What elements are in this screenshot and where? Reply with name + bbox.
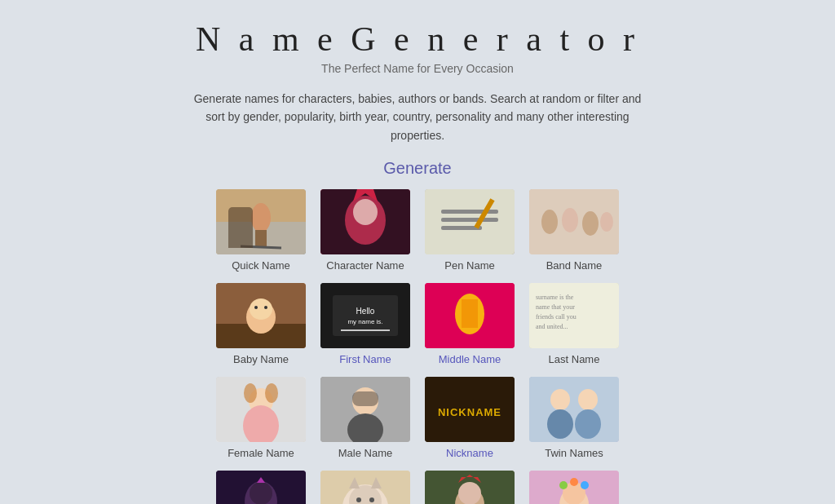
card-img-pen: [425, 189, 515, 254]
card-label-last: Last Name: [549, 353, 600, 365]
svg-point-42: [265, 383, 278, 403]
card-middle[interactable]: Middle Name: [425, 283, 515, 365]
page-subtitle: The Perfect Name for Every Occasion: [321, 62, 514, 75]
generate-section-label: Generate: [383, 159, 451, 178]
svg-point-18: [600, 212, 613, 232]
svg-rect-10: [441, 210, 498, 214]
card-quick[interactable]: Quick Name: [216, 189, 306, 272]
svg-point-73: [570, 478, 578, 486]
svg-rect-11: [441, 218, 498, 222]
card-img-middle: [425, 283, 515, 348]
svg-point-56: [250, 482, 272, 504]
svg-point-72: [559, 481, 568, 489]
svg-line-4: [241, 246, 281, 248]
card-pen[interactable]: Pen Name: [425, 189, 515, 272]
svg-point-74: [581, 481, 589, 489]
svg-rect-49: [529, 377, 619, 442]
svg-point-17: [582, 211, 599, 236]
card-male[interactable]: Male Name: [320, 377, 410, 459]
card-img-character: [320, 189, 410, 254]
svg-point-64: [369, 497, 374, 502]
svg-point-22: [250, 298, 272, 320]
card-img-male: [320, 377, 410, 442]
svg-text:name that your: name that your: [536, 303, 575, 311]
card-firstname[interactable]: Hello my name is. First Name: [320, 283, 410, 365]
svg-point-24: [264, 306, 267, 309]
card-label-firstname: First Name: [339, 353, 391, 365]
card-pirate[interactable]: Pirate Name: [425, 471, 515, 504]
svg-point-63: [356, 497, 361, 502]
card-rapper[interactable]: Rapper Name: [216, 471, 306, 504]
card-last[interactable]: surname is the name that your friends ca…: [529, 283, 619, 365]
card-label-twin: Twin Names: [545, 447, 603, 459]
svg-point-15: [541, 210, 558, 234]
svg-point-41: [244, 383, 257, 403]
svg-point-16: [562, 208, 578, 232]
svg-text:NICKNAME: NICKNAME: [438, 406, 501, 418]
card-label-pen: Pen Name: [444, 259, 494, 272]
card-label-middle: Middle Name: [439, 353, 501, 365]
card-nickname[interactable]: NICKNAME Nickname: [425, 377, 515, 459]
card-img-band: [529, 189, 619, 254]
card-label-band: Band Name: [546, 259, 603, 272]
card-baby[interactable]: Baby Name: [216, 283, 306, 365]
svg-rect-32: [462, 299, 478, 328]
svg-point-53: [575, 409, 601, 439]
svg-rect-3: [255, 230, 267, 246]
card-band[interactable]: Band Name: [529, 189, 619, 272]
card-fantasy[interactable]: Fantasy Name: [529, 471, 619, 504]
svg-point-52: [547, 409, 573, 439]
card-female[interactable]: Female Name: [216, 377, 306, 459]
svg-point-51: [578, 389, 598, 410]
svg-text:surname is the: surname is the: [536, 294, 574, 301]
svg-text:Hello: Hello: [356, 307, 375, 316]
card-label-character: Character Name: [326, 259, 404, 272]
svg-point-50: [550, 389, 570, 410]
card-img-pirate: [425, 471, 515, 504]
svg-point-67: [458, 482, 481, 504]
card-img-cat: [320, 471, 410, 504]
card-grid: Quick Name Character Name Pen Name Band …: [216, 189, 619, 504]
card-img-baby: [216, 283, 306, 348]
svg-point-2: [251, 203, 271, 232]
card-cat[interactable]: Cat Name: [320, 471, 410, 504]
card-img-last: surname is the name that your friends ca…: [529, 283, 619, 348]
card-label-nickname: Nickname: [446, 447, 493, 459]
card-img-fantasy: [529, 471, 619, 504]
card-img-rapper: [216, 471, 306, 504]
svg-rect-46: [352, 391, 378, 406]
page-wrapper: N a m e G e n e r a t o r The Perfect Na…: [0, 0, 835, 504]
card-label-quick: Quick Name: [232, 259, 290, 272]
card-img-female: [216, 377, 306, 442]
card-img-twin: [529, 377, 619, 442]
card-label-baby: Baby Name: [233, 353, 289, 365]
svg-text:and united...: and united...: [536, 323, 568, 330]
card-img-nickname: NICKNAME: [425, 377, 515, 442]
svg-text:friends call you: friends call you: [536, 313, 577, 321]
svg-point-7: [353, 199, 378, 225]
svg-point-23: [254, 306, 258, 309]
card-label-female: Female Name: [228, 447, 294, 459]
card-twin[interactable]: Twin Names: [529, 377, 619, 459]
card-img-firstname: Hello my name is.: [320, 283, 410, 348]
page-description: Generate names for characters, babies, a…: [189, 90, 646, 144]
svg-text:my name is.: my name is.: [347, 318, 382, 325]
card-character[interactable]: Character Name: [320, 189, 410, 272]
card-img-quick: [216, 189, 306, 254]
card-label-male: Male Name: [338, 447, 392, 459]
page-title: N a m e G e n e r a t o r: [196, 20, 639, 59]
